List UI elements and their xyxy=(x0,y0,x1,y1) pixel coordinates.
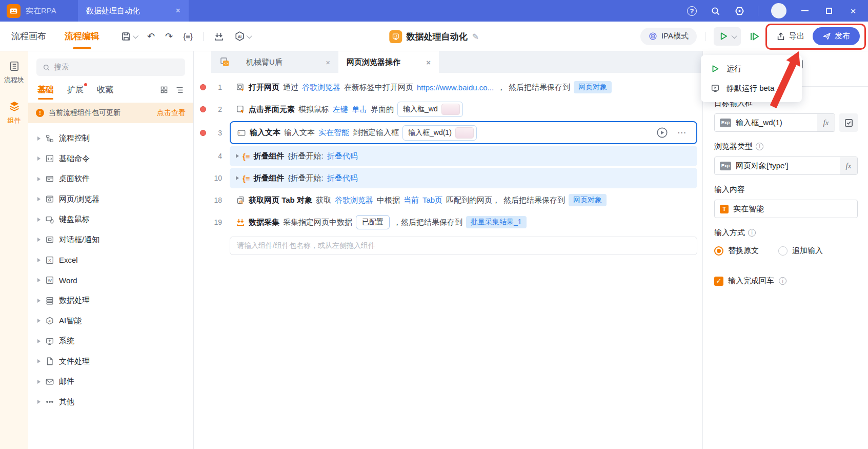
caret-right-icon[interactable] xyxy=(37,177,41,181)
caret-right-icon[interactable] xyxy=(37,157,41,161)
caret-right-icon[interactable] xyxy=(37,136,41,141)
field-input[interactable]: Exp输入框_wd(1)fx xyxy=(714,113,835,132)
row-param-link[interactable]: 折叠代码 xyxy=(327,173,358,183)
caret-right-icon[interactable] xyxy=(37,218,41,222)
flow-row[interactable]: T..输入文本输入文本实在智能到指定输入框输入框_wd(1)⋯ xyxy=(230,121,697,144)
ipa-mode-toggle[interactable]: IPA模式 xyxy=(640,28,697,45)
breakpoint-dot[interactable] xyxy=(200,84,206,90)
row-param-link[interactable]: 实在智能 xyxy=(318,128,349,138)
category-item[interactable]: WWord xyxy=(28,270,193,291)
row-param-link[interactable]: 当前 xyxy=(403,196,419,205)
tab-basic[interactable]: 基础 xyxy=(37,79,54,101)
rename-icon[interactable]: ✎ xyxy=(472,32,479,42)
caret-right-icon[interactable] xyxy=(37,258,41,262)
category-item[interactable]: 邮件 xyxy=(28,372,193,392)
category-item[interactable]: 其他 xyxy=(28,392,193,413)
expander-icon[interactable] xyxy=(236,154,239,158)
category-item[interactable]: AIAI智能 xyxy=(28,311,193,331)
tab-close-icon[interactable]: × xyxy=(426,58,431,67)
ai-assistant-button[interactable]: AI xyxy=(234,31,251,42)
tab-close-icon[interactable]: × xyxy=(175,6,180,15)
category-item[interactable]: XExcel xyxy=(28,250,193,270)
caret-right-icon[interactable] xyxy=(37,339,41,343)
window-close-icon[interactable]: × xyxy=(847,5,859,16)
input-mode-radio[interactable]: 追加输入 xyxy=(778,246,823,256)
fx-button[interactable]: fx xyxy=(817,114,835,131)
row-param-link[interactable]: 左键 xyxy=(333,105,348,114)
category-item[interactable]: 系统 xyxy=(28,331,193,352)
avatar[interactable] xyxy=(771,3,786,18)
row-param-link[interactable]: 单击 xyxy=(352,105,367,114)
row-param-link[interactable]: 折叠代码 xyxy=(327,151,358,161)
category-item[interactable]: 基础命令 xyxy=(28,149,193,169)
run-menu-item[interactable]: 静默运行 beta xyxy=(701,79,802,98)
variable-manager-button[interactable]: {≡} xyxy=(183,32,193,41)
minimize-icon[interactable] xyxy=(799,5,811,16)
flow-row[interactable]: 点击界面元素模拟鼠标左键单击界面的输入框_wd xyxy=(230,99,697,120)
maximize-icon[interactable] xyxy=(823,5,835,16)
flow-row[interactable]: {≡折叠组件{折叠开始:折叠代码 xyxy=(230,146,697,166)
caret-right-icon[interactable] xyxy=(37,238,41,242)
step-run-button[interactable] xyxy=(749,31,759,42)
tab-favorites[interactable]: 收藏 xyxy=(97,79,113,101)
nav-flow-edit[interactable]: 流程编辑 xyxy=(57,22,107,51)
row-more-icon[interactable]: ⋯ xyxy=(677,127,687,138)
category-item[interactable]: 网页/浏览器 xyxy=(28,189,193,210)
redo-button[interactable]: ↷ xyxy=(165,31,173,42)
settings-icon[interactable] xyxy=(734,5,745,16)
package-icon[interactable]: <> xyxy=(211,51,238,73)
flow-row[interactable]: 获取网页 Tab 对象获取谷歌浏览器中根据当前Tab页匹配到的网页，然后把结果保… xyxy=(230,190,697,210)
tab-extended[interactable]: 扩展 xyxy=(67,79,84,101)
result-variable-badge[interactable]: 批量采集结果_1 xyxy=(466,216,527,228)
grid-view-icon[interactable] xyxy=(160,86,168,94)
flow-row[interactable]: {≡折叠组件{折叠开始:折叠代码 xyxy=(230,168,697,188)
nav-flow-canvas[interactable]: 流程画布 xyxy=(4,22,53,51)
element-picker-button[interactable] xyxy=(839,113,858,132)
rail-item-flow-blocks[interactable]: 流程块 xyxy=(4,61,24,85)
save-button[interactable] xyxy=(121,31,137,42)
list-view-icon[interactable] xyxy=(175,86,184,94)
row-param-link[interactable]: https://www.baidu.co... xyxy=(417,83,494,92)
caret-right-icon[interactable] xyxy=(37,278,41,282)
category-item[interactable]: 键盘鼠标 xyxy=(28,209,193,230)
configured-chip[interactable]: 已配置 xyxy=(356,215,390,229)
flow-tab-active[interactable]: 网页浏览器操作 × xyxy=(338,51,439,73)
data-import-button[interactable] xyxy=(214,31,224,42)
run-button[interactable] xyxy=(714,27,741,46)
component-drop-input[interactable]: 请输入组件/组件包名称，或从左侧拖入组件 xyxy=(230,237,697,255)
enter-after-input-checkbox[interactable]: ✓输入完成回车i xyxy=(714,276,858,286)
view-update-link[interactable]: 点击查看 xyxy=(157,108,186,118)
element-chip[interactable]: 输入框_wd(1) xyxy=(402,125,477,141)
category-item[interactable]: 对话框/通知 xyxy=(28,230,193,250)
run-menu-item[interactable]: 运行 xyxy=(701,59,802,79)
caret-right-icon[interactable] xyxy=(37,299,41,303)
category-item[interactable]: 流程控制 xyxy=(28,128,193,149)
row-param-link[interactable]: Tab页 xyxy=(422,196,442,205)
field-input[interactable]: T实在智能 xyxy=(714,200,858,218)
caret-right-icon[interactable] xyxy=(37,197,41,201)
caret-right-icon[interactable] xyxy=(37,380,41,384)
category-item[interactable]: 数据处理 xyxy=(28,290,193,311)
category-item[interactable]: 文件处理 xyxy=(28,352,193,372)
row-param-link[interactable]: 谷歌浏览器 xyxy=(302,83,340,92)
caret-right-icon[interactable] xyxy=(37,319,41,323)
undo-button[interactable]: ↶ xyxy=(147,31,155,42)
element-chip[interactable]: 输入框_wd xyxy=(397,102,463,117)
help-icon[interactable]: ? xyxy=(687,6,697,16)
search-icon[interactable] xyxy=(710,5,721,16)
row-param-link[interactable]: 谷歌浏览器 xyxy=(335,196,373,205)
field-input[interactable]: Exp网页对象['type']fx xyxy=(714,157,858,175)
caret-right-icon[interactable] xyxy=(37,359,41,363)
tab-close-icon[interactable]: × xyxy=(326,58,330,67)
row-run-icon[interactable] xyxy=(656,127,668,139)
input-mode-radio[interactable]: 替换原文 xyxy=(714,246,759,256)
expander-icon[interactable] xyxy=(236,176,239,180)
result-variable-badge[interactable]: 网页对象 xyxy=(569,194,607,206)
titlebar-tab[interactable]: 数据处理自动化 × xyxy=(78,0,189,22)
category-item[interactable]: 桌面软件 xyxy=(28,169,193,189)
export-button[interactable]: 导出 xyxy=(776,31,804,41)
publish-button[interactable]: 发布 xyxy=(813,27,860,45)
search-input[interactable]: 搜索 xyxy=(36,58,185,76)
breakpoint-dot[interactable] xyxy=(200,106,206,112)
fx-button[interactable]: fx xyxy=(840,157,857,174)
